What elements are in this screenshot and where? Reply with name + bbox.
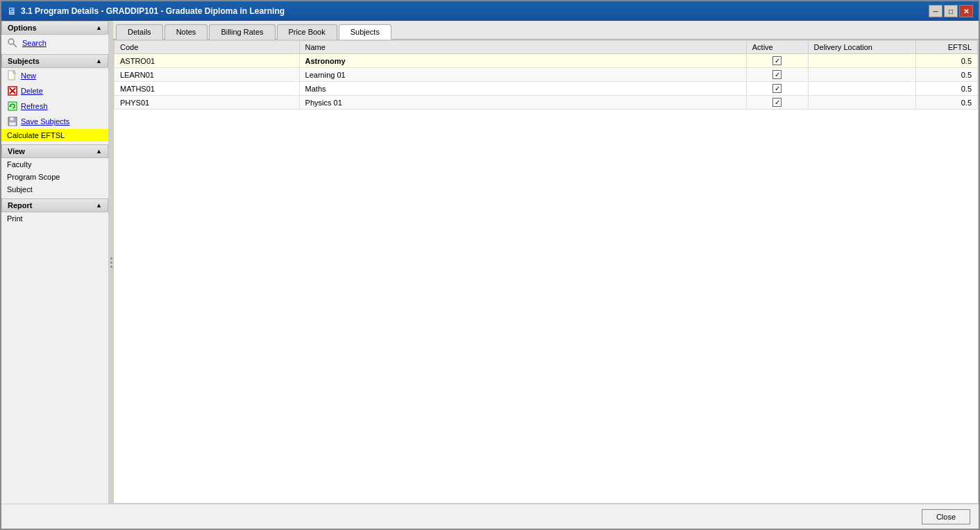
new-icon bbox=[7, 70, 18, 81]
search-label: Search bbox=[22, 39, 47, 47]
subjects-section: Subjects ▲ New bbox=[1, 54, 108, 142]
resize-dot-3 bbox=[110, 266, 112, 268]
main-content: Details Notes Billing Rates Price Book S… bbox=[113, 21, 979, 504]
tab-price-book[interactable]: Price Book bbox=[277, 24, 337, 40]
sidebar: Options ▲ Search Subjects bbox=[1, 21, 109, 504]
program-scope-label: Program Scope bbox=[7, 173, 60, 181]
resize-dot-1 bbox=[110, 257, 112, 259]
options-header[interactable]: Options ▲ bbox=[1, 21, 108, 35]
cell-code: MATHS01 bbox=[115, 82, 300, 96]
program-scope-item[interactable]: Program Scope bbox=[1, 171, 108, 183]
tabs-bar: Details Notes Billing Rates Price Book S… bbox=[113, 21, 979, 40]
subjects-table: Code Name Active Delivery Location EFTSL… bbox=[114, 40, 978, 110]
data-table-area: Code Name Active Delivery Location EFTSL… bbox=[113, 40, 979, 504]
report-header[interactable]: Report ▲ bbox=[1, 198, 108, 212]
cell-code: ASTRO01 bbox=[115, 54, 300, 68]
cell-active[interactable]: ✓ bbox=[746, 96, 808, 110]
cell-name: Physics 01 bbox=[299, 96, 746, 110]
cell-active[interactable]: ✓ bbox=[746, 54, 808, 68]
cell-eftsl: 0.5 bbox=[916, 96, 978, 110]
minimize-button[interactable]: ─ bbox=[929, 5, 943, 17]
cell-code: LEARN01 bbox=[115, 68, 300, 82]
resize-dot-2 bbox=[110, 262, 112, 264]
new-label: New bbox=[21, 71, 36, 80]
print-label: Print bbox=[7, 214, 23, 223]
report-section: Report ▲ Print bbox=[1, 198, 108, 225]
delete-icon bbox=[7, 85, 18, 96]
table-row[interactable]: PHYS01 Physics 01 ✓ 0.5 bbox=[115, 96, 978, 110]
tab-details[interactable]: Details bbox=[116, 24, 163, 40]
subject-item[interactable]: Subject bbox=[1, 183, 108, 196]
save-subjects-label: Save Subjects bbox=[21, 117, 69, 126]
refresh-item[interactable]: Refresh bbox=[1, 99, 108, 114]
maximize-button[interactable]: □ bbox=[944, 5, 958, 17]
col-header-delivery-location: Delivery Location bbox=[808, 41, 916, 54]
svg-point-0 bbox=[8, 39, 14, 44]
active-checkbox[interactable]: ✓ bbox=[772, 56, 782, 65]
cell-active[interactable]: ✓ bbox=[746, 82, 808, 96]
bottom-bar: Close bbox=[1, 504, 979, 529]
col-header-eftsl: EFTSL bbox=[916, 41, 978, 54]
tab-notes[interactable]: Notes bbox=[164, 24, 208, 40]
new-item[interactable]: New bbox=[1, 68, 108, 83]
calculate-eftsl-label: Calculate EFTSL bbox=[7, 131, 65, 139]
window-title: 3.1 Program Details - GRADDIP101 - Gradu… bbox=[21, 6, 285, 16]
cell-delivery bbox=[808, 54, 916, 68]
subject-label: Subject bbox=[7, 185, 33, 194]
subjects-section-label: Subjects bbox=[8, 57, 40, 65]
active-checkbox[interactable]: ✓ bbox=[772, 84, 782, 93]
view-label: View bbox=[8, 147, 25, 155]
view-header[interactable]: View ▲ bbox=[1, 144, 108, 158]
subjects-header[interactable]: Subjects ▲ bbox=[1, 54, 108, 68]
cell-delivery bbox=[808, 96, 916, 110]
tab-billing-rates[interactable]: Billing Rates bbox=[209, 24, 275, 40]
refresh-icon bbox=[7, 101, 18, 112]
col-header-active: Active bbox=[746, 41, 808, 54]
calculate-eftsl-item[interactable]: Calculate EFTSL bbox=[1, 129, 108, 142]
delete-label: Delete bbox=[21, 87, 43, 95]
close-title-button[interactable]: ✕ bbox=[959, 5, 973, 17]
active-checkbox[interactable]: ✓ bbox=[772, 98, 782, 107]
options-section: Options ▲ Search bbox=[1, 21, 108, 51]
cell-eftsl: 0.5 bbox=[916, 82, 978, 96]
save-subjects-item[interactable]: Save Subjects bbox=[1, 114, 108, 129]
subjects-chevron: ▲ bbox=[96, 58, 102, 65]
view-section: View ▲ Faculty Program Scope Subject bbox=[1, 144, 108, 196]
faculty-item[interactable]: Faculty bbox=[1, 158, 108, 171]
cell-name: Maths bbox=[299, 82, 746, 96]
refresh-label: Refresh bbox=[21, 102, 48, 110]
main-window: 🖥 3.1 Program Details - GRADDIP101 - Gra… bbox=[0, 0, 980, 530]
cell-code: PHYS01 bbox=[115, 96, 300, 110]
col-header-name: Name bbox=[299, 41, 746, 54]
report-label: Report bbox=[8, 201, 32, 210]
cell-name: Learning 01 bbox=[299, 68, 746, 82]
view-chevron: ▲ bbox=[96, 148, 102, 155]
close-button[interactable]: Close bbox=[922, 509, 970, 524]
title-bar: 🖥 3.1 Program Details - GRADDIP101 - Gra… bbox=[1, 1, 979, 21]
active-checkbox[interactable]: ✓ bbox=[772, 70, 782, 79]
svg-rect-11 bbox=[10, 117, 14, 121]
table-row[interactable]: MATHS01 Maths ✓ 0.5 bbox=[115, 82, 978, 96]
resize-dots bbox=[110, 257, 112, 268]
options-label: Options bbox=[8, 24, 37, 32]
window-controls: ─ □ ✕ bbox=[929, 5, 973, 17]
faculty-label: Faculty bbox=[7, 160, 31, 169]
cell-active[interactable]: ✓ bbox=[746, 68, 808, 82]
cell-delivery bbox=[808, 82, 916, 96]
cell-delivery bbox=[808, 68, 916, 82]
table-row[interactable]: ASTRO01 Astronomy ✓ 0.5 bbox=[115, 54, 978, 68]
svg-rect-12 bbox=[9, 122, 16, 126]
options-chevron: ▲ bbox=[96, 24, 102, 31]
delete-item[interactable]: Delete bbox=[1, 83, 108, 99]
save-icon bbox=[7, 116, 18, 127]
tab-subjects[interactable]: Subjects bbox=[339, 24, 391, 40]
print-item[interactable]: Print bbox=[1, 212, 108, 225]
window-body: Options ▲ Search Subjects bbox=[1, 21, 979, 504]
cell-eftsl: 0.5 bbox=[916, 54, 978, 68]
search-icon bbox=[7, 37, 18, 49]
table-row[interactable]: LEARN01 Learning 01 ✓ 0.5 bbox=[115, 68, 978, 82]
svg-line-1 bbox=[13, 44, 17, 47]
search-item[interactable]: Search bbox=[1, 35, 108, 51]
cell-eftsl: 0.5 bbox=[916, 68, 978, 82]
cell-name: Astronomy bbox=[299, 54, 746, 68]
